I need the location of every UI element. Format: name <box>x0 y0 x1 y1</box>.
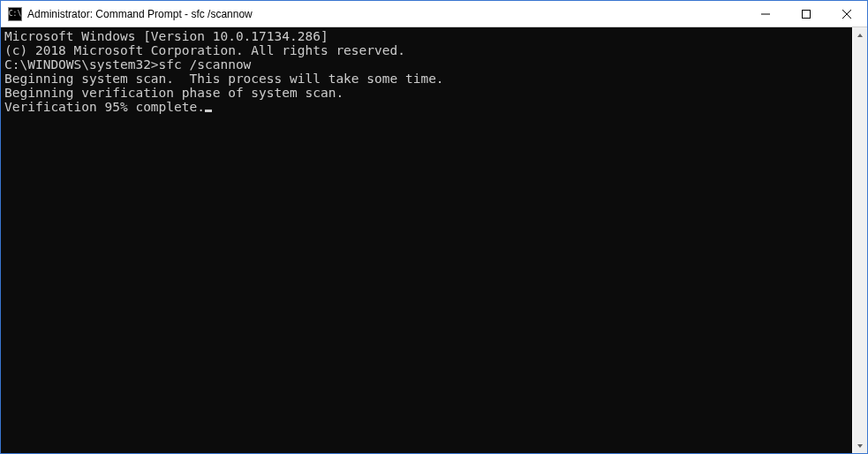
scroll-track[interactable] <box>853 42 867 438</box>
cursor <box>205 110 212 112</box>
scroll-up-button[interactable] <box>853 27 867 42</box>
titlebar-left: C:\ Administrator: Command Prompt - sfc … <box>1 7 745 21</box>
terminal-output[interactable]: Microsoft Windows [Version 10.0.17134.28… <box>1 27 852 453</box>
terminal-text: Verification 95% complete. <box>4 100 205 114</box>
terminal-line: Microsoft Windows [Version 10.0.17134.28… <box>4 29 849 43</box>
chevron-up-icon <box>857 32 864 39</box>
titlebar-controls <box>745 1 867 26</box>
titlebar[interactable]: C:\ Administrator: Command Prompt - sfc … <box>1 1 867 27</box>
terminal-line: Beginning system scan. This process will… <box>4 72 849 86</box>
terminal-line: Verification 95% complete. <box>4 100 849 114</box>
svg-marker-4 <box>857 34 863 37</box>
minimize-button[interactable] <box>745 1 786 26</box>
maximize-icon <box>802 10 811 19</box>
terminal-prompt-line: C:\WINDOWS\system32>sfc /scannow <box>4 57 849 72</box>
minimize-icon <box>761 10 770 19</box>
svg-marker-5 <box>857 444 863 448</box>
close-icon <box>842 10 851 19</box>
close-button[interactable] <box>826 1 867 26</box>
scroll-down-button[interactable] <box>853 438 867 453</box>
terminal-line: Beginning verification phase of system s… <box>4 86 849 100</box>
maximize-button[interactable] <box>786 1 826 26</box>
chevron-down-icon <box>857 443 864 450</box>
svg-rect-1 <box>803 10 811 18</box>
content-area: Microsoft Windows [Version 10.0.17134.28… <box>1 27 867 453</box>
command-prompt-window: C:\ Administrator: Command Prompt - sfc … <box>0 0 868 454</box>
command-prompt-icon: C:\ <box>8 7 22 21</box>
window-title: Administrator: Command Prompt - sfc /sca… <box>27 8 253 20</box>
vertical-scrollbar[interactable] <box>852 27 867 453</box>
terminal-line: (c) 2018 Microsoft Corporation. All righ… <box>4 43 849 57</box>
